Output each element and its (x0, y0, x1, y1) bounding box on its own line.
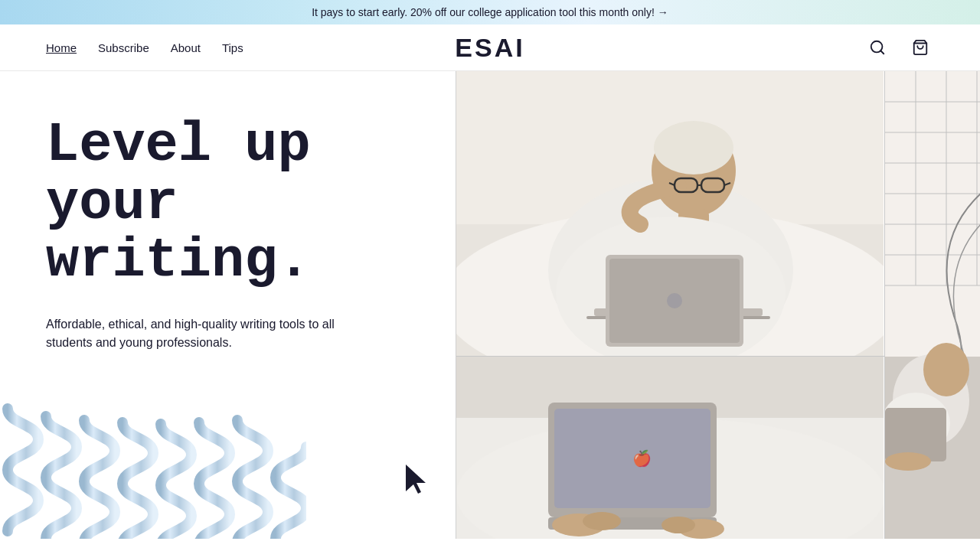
spring-decoration (0, 363, 306, 539)
svg-point-9 (654, 121, 733, 174)
grid-overlay-svg (885, 71, 980, 539)
search-button[interactable] (864, 34, 891, 61)
nav-subscribe[interactable]: Subscribe (98, 41, 149, 54)
svg-point-31 (583, 512, 621, 530)
photo-bottom-svg: 🍎 (456, 357, 884, 539)
main-content: Level up your writing. Affordable, ethic… (0, 71, 980, 539)
cart-button[interactable] (906, 34, 934, 61)
announcement-arrow: → (658, 6, 668, 18)
hero-title-line2: your writing. (46, 172, 311, 293)
nav-tips[interactable]: Tips (222, 41, 243, 54)
svg-point-32 (662, 517, 695, 533)
nav-right (490, 34, 934, 61)
photo-main (456, 71, 884, 356)
hero-subtitle: Affordable, ethical, and high-quality wr… (46, 315, 352, 352)
right-panel: 🍎 (456, 71, 980, 539)
svg-marker-3 (406, 465, 426, 494)
announcement-bar: It pays to start early. 20% off our coll… (0, 0, 980, 24)
svg-point-46 (923, 343, 969, 396)
search-icon (869, 39, 886, 56)
header: Home Subscribe About Tips ESAI (0, 24, 980, 71)
left-panel: Level up your writing. Affordable, ethic… (0, 71, 456, 539)
hero-title-line1: Level up (46, 114, 311, 177)
svg-point-49 (885, 452, 931, 471)
announcement-text: It pays to start early. 20% off our coll… (312, 6, 655, 18)
svg-text:🍎: 🍎 (632, 449, 652, 468)
photo-bottom-left: 🍎 (456, 357, 884, 539)
nav-left: Home Subscribe About Tips (46, 41, 490, 54)
cursor-decoration (406, 465, 429, 497)
cart-icon (912, 39, 929, 56)
svg-point-21 (667, 293, 682, 308)
hero-title: Level up your writing. (46, 117, 410, 291)
announcement-link[interactable]: It pays to start early. 20% off our coll… (312, 6, 668, 18)
svg-line-1 (880, 51, 884, 54)
nav-about[interactable]: About (171, 41, 201, 54)
nav-home[interactable]: Home (46, 41, 77, 54)
right-column (885, 71, 980, 539)
photo-main-svg (456, 71, 884, 356)
site-logo[interactable]: ESAI (455, 33, 524, 63)
